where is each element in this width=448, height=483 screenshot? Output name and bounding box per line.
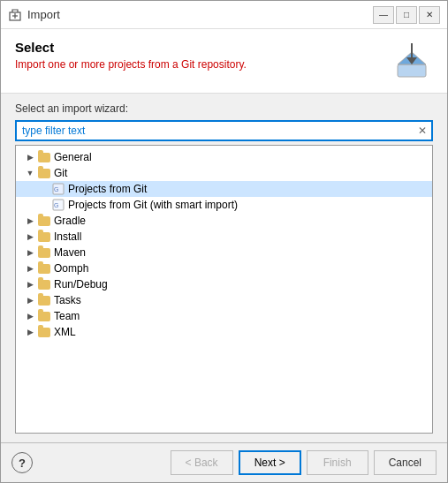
tree-item-projects-git-smart[interactable]: ▶ G Projects from Git (with smart import… (16, 197, 432, 213)
dialog-footer: ? < Back Next > Finish Cancel (1, 442, 447, 482)
tree-label-projects-git: Projects from Git (68, 183, 147, 195)
window-controls: — □ ✕ (373, 6, 440, 24)
minimize-button[interactable]: — (373, 6, 394, 24)
svg-text:G: G (54, 202, 58, 208)
back-button[interactable]: < Back (171, 450, 233, 475)
expand-xml[interactable]: ▶ (23, 325, 37, 339)
close-button[interactable]: ✕ (419, 6, 440, 24)
title-bar: Import — □ ✕ (1, 1, 447, 29)
header-icon (391, 40, 433, 82)
svg-text:G: G (54, 186, 58, 192)
expand-tasks[interactable]: ▶ (23, 293, 37, 307)
folder-icon-git (37, 166, 51, 180)
expand-oomph[interactable]: ▶ (23, 261, 37, 275)
tree-label-install: Install (54, 230, 81, 243)
tree-item-general[interactable]: ▶ General (16, 149, 432, 165)
import-tree[interactable]: ▶ General ▼ Git ▶ G Projects from G (15, 145, 433, 434)
folder-icon-run-debug (37, 277, 51, 291)
expand-maven[interactable]: ▶ (23, 245, 37, 260)
filter-input[interactable] (17, 122, 414, 140)
tree-label-tasks: Tasks (54, 294, 81, 306)
tree-item-install[interactable]: ▶ Install (16, 229, 432, 245)
git-projects-icon: G (51, 182, 65, 196)
tree-label-git-smart: Projects from Git (with smart import) (68, 199, 238, 211)
folder-icon-xml (37, 325, 51, 339)
expand-git[interactable]: ▼ (23, 166, 37, 180)
window-title: Import (27, 8, 373, 21)
folder-icon-general (37, 150, 51, 164)
wizard-label: Select an import wizard: (15, 102, 433, 115)
window-icon (8, 8, 22, 22)
filter-clear-button[interactable]: ✕ (414, 122, 431, 140)
folder-icon-team (37, 309, 51, 323)
next-button[interactable]: Next > (239, 450, 301, 475)
tree-item-git[interactable]: ▼ Git (16, 165, 432, 181)
cancel-button[interactable]: Cancel (374, 450, 437, 475)
expand-team[interactable]: ▶ (23, 309, 37, 323)
folder-icon-install (37, 230, 51, 244)
help-button[interactable]: ? (11, 452, 33, 473)
header-text: Select Import one or more projects from … (15, 40, 247, 71)
tree-item-projects-from-git[interactable]: ▶ G Projects from Git (16, 181, 432, 197)
tree-item-maven[interactable]: ▶ Maven (16, 245, 432, 260)
folder-icon-tasks (37, 293, 51, 307)
tree-label-oomph: Oomph (54, 262, 88, 275)
tree-item-xml[interactable]: ▶ XML (16, 324, 432, 340)
finish-button[interactable]: Finish (307, 450, 368, 475)
tree-label-general: General (54, 151, 92, 163)
tree-item-tasks[interactable]: ▶ Tasks (16, 292, 432, 308)
footer-buttons: < Back Next > Finish Cancel (171, 450, 437, 475)
expand-gradle[interactable]: ▶ (23, 214, 37, 228)
tree-label-xml: XML (54, 326, 76, 338)
content-area: Select an import wizard: ✕ ▶ General ▼ G… (1, 94, 447, 442)
filter-row: ✕ (15, 120, 433, 141)
expand-install[interactable]: ▶ (23, 230, 37, 244)
tree-label-git: Git (54, 167, 67, 179)
tree-item-oomph[interactable]: ▶ Oomph (16, 260, 432, 276)
dialog-header: Select Import one or more projects from … (1, 29, 447, 94)
maximize-button[interactable]: □ (396, 6, 417, 24)
svg-rect-3 (398, 64, 426, 77)
tree-label-maven: Maven (54, 246, 86, 259)
git-smart-icon: G (51, 198, 65, 212)
tree-label-team: Team (54, 310, 80, 322)
folder-icon-oomph (37, 261, 51, 275)
header-subtitle: Import one or more projects from a Git r… (15, 58, 247, 71)
expand-general[interactable]: ▶ (23, 150, 37, 164)
header-title: Select (15, 40, 247, 55)
folder-icon-maven (37, 245, 51, 260)
expand-run-debug[interactable]: ▶ (23, 277, 37, 291)
folder-icon-gradle (37, 214, 51, 228)
tree-label-run-debug: Run/Debug (54, 278, 108, 291)
import-dialog: Import — □ ✕ Select Import one or more p… (0, 0, 448, 483)
tree-item-run-debug[interactable]: ▶ Run/Debug (16, 276, 432, 292)
tree-item-team[interactable]: ▶ Team (16, 308, 432, 324)
tree-label-gradle: Gradle (54, 215, 86, 227)
tree-item-gradle[interactable]: ▶ Gradle (16, 213, 432, 229)
